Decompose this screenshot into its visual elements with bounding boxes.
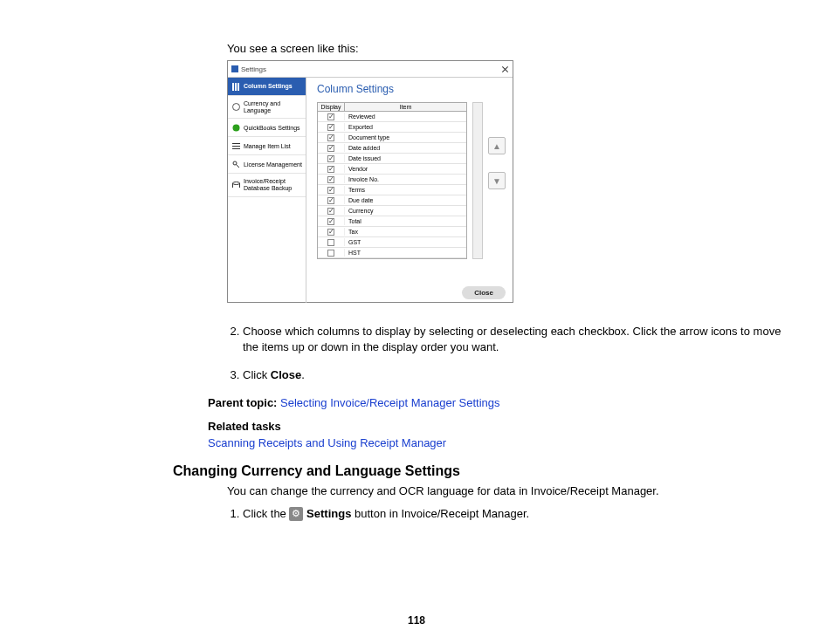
sidebar-item-label: License Management: [244, 161, 302, 168]
sidebar-item-currency-language[interactable]: Currency and Language: [228, 96, 306, 119]
list-icon: [231, 141, 240, 150]
table-row[interactable]: Invoice No.: [318, 175, 466, 185]
app-icon: [231, 65, 238, 72]
checkbox[interactable]: [327, 145, 334, 152]
table-header: Display Item: [318, 103, 466, 112]
table-row[interactable]: Tax: [318, 227, 466, 237]
step-bold: Settings: [303, 507, 351, 520]
intro-text: You see a screen like this:: [227, 42, 798, 55]
row-label: Date added: [345, 145, 466, 151]
step-2: Choose which columns to display by selec…: [243, 324, 798, 355]
parent-topic: Parent topic: Selecting Invoice/Receipt …: [208, 396, 798, 409]
checkbox[interactable]: [327, 124, 334, 131]
sidebar-item-column-settings[interactable]: Column Settings: [228, 78, 306, 96]
checkbox[interactable]: [327, 176, 334, 183]
table-row[interactable]: Reviewed: [318, 112, 466, 122]
section-paragraph: You can change the currency and OCR lang…: [227, 484, 798, 497]
table-row[interactable]: Date added: [318, 143, 466, 154]
panel: Column Settings Display Item ReviewedExp…: [306, 78, 513, 303]
checkbox[interactable]: [327, 208, 334, 215]
sidebar-item-label: QuickBooks Settings: [244, 125, 300, 132]
row-label: Date issued: [345, 155, 466, 161]
sidebar-item-label: Column Settings: [244, 83, 293, 90]
checkbox[interactable]: [327, 239, 334, 246]
table-row[interactable]: Document type: [318, 133, 466, 143]
row-label: Tax: [345, 229, 466, 235]
checkbox[interactable]: [327, 166, 334, 173]
move-up-button[interactable]: ▲: [488, 137, 506, 154]
step-text: Choose which columns to display by selec…: [243, 325, 781, 353]
sidebar-item-manage-item-list[interactable]: Manage Item List: [228, 137, 306, 155]
step-text: Click: [243, 368, 271, 381]
columns-icon: [231, 82, 240, 91]
svg-point-10: [232, 182, 239, 184]
table-row[interactable]: HST: [318, 248, 466, 258]
col-item: Item: [345, 103, 466, 111]
sidebar: Column Settings Currency and Language Qu…: [228, 78, 306, 303]
globe-icon: [231, 103, 240, 112]
row-label: Currency: [345, 208, 466, 214]
steps-list: Choose which columns to display by selec…: [210, 324, 798, 384]
svg-rect-2: [238, 83, 239, 91]
svg-rect-7: [232, 148, 240, 149]
row-label: Invoice No.: [345, 176, 466, 182]
steps-list-2: Click the ⚙ Settings button in Invoice/R…: [210, 506, 798, 522]
row-label: Document type: [345, 134, 466, 140]
related-link[interactable]: Scanning Receipts and Using Receipt Mana…: [208, 436, 446, 449]
quickbooks-icon: [231, 123, 240, 132]
checkbox[interactable]: [327, 197, 334, 204]
key-icon: [231, 160, 240, 168]
database-icon: [231, 181, 240, 189]
table-row[interactable]: Terms: [318, 185, 466, 195]
page-number: 118: [0, 614, 833, 627]
scrollbar[interactable]: [472, 102, 483, 259]
checkbox[interactable]: [327, 134, 334, 141]
svg-rect-0: [232, 83, 234, 91]
table-row[interactable]: Vendor: [318, 164, 466, 175]
close-button[interactable]: Close: [462, 286, 506, 299]
columns-table: Display Item ReviewedExportedDocument ty…: [317, 102, 467, 259]
arrow-down-icon: ▼: [492, 176, 501, 186]
parent-label: Parent topic:: [208, 396, 280, 409]
table-row[interactable]: Total: [318, 216, 466, 227]
table-row[interactable]: Exported: [318, 122, 466, 133]
dialog-body: Column Settings Currency and Language Qu…: [228, 78, 513, 303]
table-row[interactable]: Due date: [318, 195, 466, 206]
arrow-up-icon: ▲: [492, 141, 501, 151]
step-text: button in Invoice/Receipt Manager.: [351, 507, 529, 520]
parent-link[interactable]: Selecting Invoice/Receipt Manager Settin…: [280, 396, 499, 409]
sidebar-item-label: Invoice/Receipt Database Backup: [244, 178, 302, 191]
checkbox[interactable]: [327, 187, 334, 194]
svg-point-3: [232, 104, 239, 111]
svg-rect-1: [235, 83, 237, 91]
row-label: Due date: [345, 197, 466, 203]
step-1: Click the ⚙ Settings button in Invoice/R…: [243, 506, 798, 522]
step-bold: Close: [271, 368, 301, 381]
row-label: HST: [345, 250, 466, 256]
checkbox[interactable]: [327, 250, 334, 257]
sidebar-item-label: Manage Item List: [244, 143, 291, 150]
sidebar-item-license[interactable]: License Management: [228, 155, 306, 174]
settings-dialog: Settings Column Settings Currency and La…: [227, 60, 513, 303]
checkbox[interactable]: [327, 155, 334, 162]
section-heading: Changing Currency and Language Settings: [173, 463, 798, 479]
checkbox[interactable]: [327, 113, 334, 120]
row-label: Vendor: [345, 166, 466, 172]
svg-point-4: [232, 124, 239, 131]
table-row[interactable]: GST: [318, 237, 466, 248]
dialog-titlebar: Settings: [228, 61, 513, 78]
gear-icon: ⚙: [289, 507, 303, 521]
sidebar-item-backup[interactable]: Invoice/Receipt Database Backup: [228, 174, 306, 196]
related-tasks-label: Related tasks: [208, 420, 798, 433]
close-icon[interactable]: [501, 65, 509, 73]
checkbox[interactable]: [327, 229, 334, 236]
table-row[interactable]: Currency: [318, 206, 466, 216]
panel-title: Column Settings: [317, 83, 506, 95]
table-row[interactable]: Date issued: [318, 154, 466, 164]
dialog-title: Settings: [241, 65, 266, 73]
svg-rect-6: [232, 146, 240, 147]
svg-rect-5: [232, 143, 240, 144]
checkbox[interactable]: [327, 218, 334, 225]
sidebar-item-quickbooks[interactable]: QuickBooks Settings: [228, 119, 306, 137]
move-down-button[interactable]: ▼: [488, 172, 506, 189]
